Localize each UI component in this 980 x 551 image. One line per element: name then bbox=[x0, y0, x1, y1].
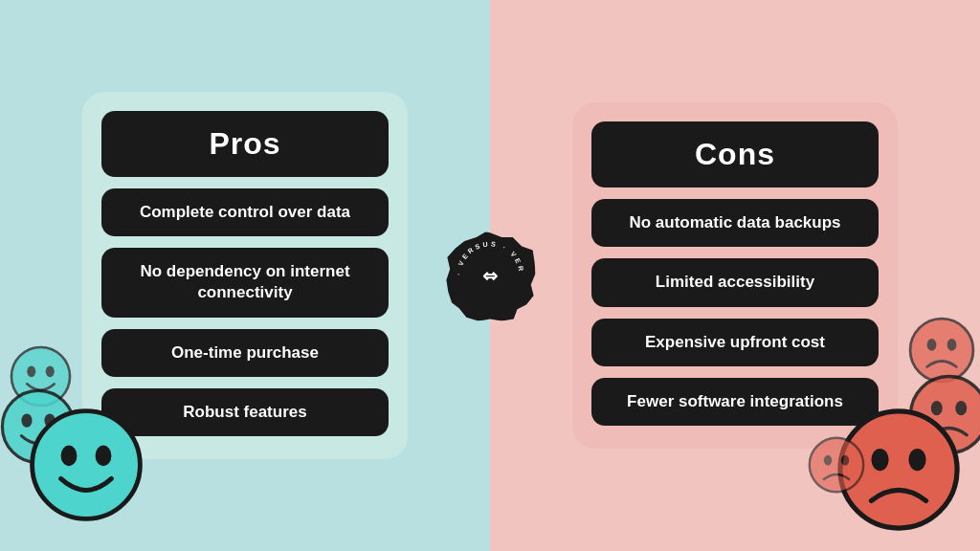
happy-face-large bbox=[29, 408, 144, 522]
svg-text:⇔: ⇔ bbox=[482, 266, 498, 286]
svg-point-14 bbox=[947, 339, 957, 351]
sad-face-extra bbox=[808, 436, 865, 494]
svg-point-2 bbox=[46, 365, 55, 377]
cons-item-1: No automatic data backups bbox=[591, 199, 879, 247]
cons-title: Cons bbox=[695, 137, 775, 171]
svg-point-13 bbox=[927, 339, 937, 351]
svg-point-8 bbox=[96, 446, 112, 467]
svg-point-21 bbox=[810, 438, 863, 492]
left-panel: Pros Complete control over data No depen… bbox=[0, 0, 490, 551]
pros-item-2: No dependency on internet connectivity bbox=[101, 248, 389, 317]
cons-card: Cons No automatic data backups Limited a… bbox=[572, 102, 898, 448]
svg-point-7 bbox=[61, 446, 78, 467]
right-panel: Cons No automatic data backups Limited a… bbox=[490, 0, 980, 551]
versus-badge: · VERSUS · VERSUS · ⇔ bbox=[445, 231, 536, 321]
pros-card: Pros Complete control over data No depen… bbox=[82, 92, 408, 458]
pros-item-4: Robust features bbox=[101, 388, 389, 436]
svg-point-23 bbox=[841, 455, 849, 466]
cons-item-3: Expensive upfront cost bbox=[591, 319, 879, 366]
pros-item-1: Complete control over data bbox=[101, 188, 389, 236]
cons-header: Cons bbox=[591, 121, 879, 187]
pros-title: Pros bbox=[209, 126, 280, 161]
svg-point-22 bbox=[824, 455, 832, 466]
svg-point-20 bbox=[908, 449, 925, 471]
svg-point-19 bbox=[871, 449, 888, 471]
svg-point-6 bbox=[33, 411, 141, 519]
pros-header: Pros bbox=[101, 111, 389, 177]
pros-item-3: One-time purchase bbox=[101, 329, 389, 377]
cons-item-4: Fewer software integrations bbox=[591, 378, 879, 426]
cons-item-2: Limited accessibility bbox=[591, 258, 879, 306]
svg-point-1 bbox=[27, 365, 35, 377]
svg-point-12 bbox=[910, 319, 973, 382]
